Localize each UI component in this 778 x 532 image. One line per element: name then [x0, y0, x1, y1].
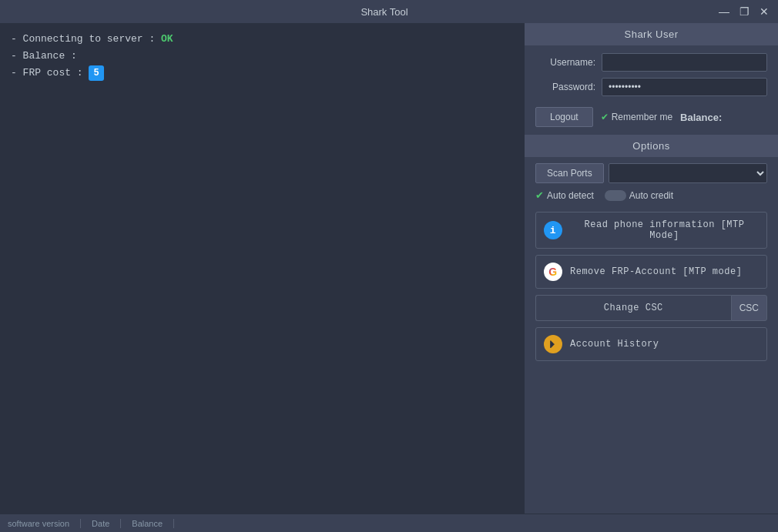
- clock-icon: ⏵: [544, 335, 562, 353]
- window-controls: — ❐ ✕: [716, 5, 772, 18]
- auto-credit-label: Auto credit: [629, 190, 673, 201]
- shark-user-header: Shark User: [525, 23, 778, 45]
- read-phone-info-button[interactable]: i Read phone information [MTP Mode]: [535, 212, 767, 249]
- date-status: Date: [81, 519, 121, 528]
- auto-credit-toggle[interactable]: [605, 190, 626, 201]
- auto-detect-label: Auto detect: [547, 190, 594, 201]
- csc-row: Change CSC CSC: [535, 295, 767, 321]
- logout-row: Logout ✔ Remember me Balance:: [525, 104, 778, 135]
- restore-button[interactable]: ❐: [736, 5, 752, 18]
- read-phone-info-label: Read phone information [MTP Mode]: [570, 219, 759, 241]
- auto-credit-item: Auto credit: [605, 190, 673, 201]
- change-csc-button[interactable]: Change CSC: [535, 295, 731, 321]
- main-area: - Connecting to server : OK - Balance : …: [0, 23, 778, 514]
- remove-frp-label: Remove FRP-Account [MTP mode]: [570, 266, 742, 277]
- console-ok-status: OK: [161, 31, 173, 48]
- console-panel: - Connecting to server : OK - Balance : …: [0, 23, 524, 514]
- scan-ports-button[interactable]: Scan Ports: [535, 163, 604, 183]
- google-icon: G: [544, 263, 562, 281]
- logout-button[interactable]: Logout: [535, 107, 593, 127]
- software-version-status: software version: [8, 519, 81, 528]
- console-line-1: - Connecting to server : OK: [11, 31, 513, 48]
- console-line-2: - Balance :: [11, 48, 513, 65]
- console-text-1: - Connecting to server :: [11, 31, 161, 48]
- options-header: Options: [525, 135, 778, 157]
- console-line-3: - FRP cost : 5: [11, 65, 513, 82]
- username-input[interactable]: [602, 53, 767, 72]
- password-input[interactable]: [602, 78, 767, 96]
- action-section: i Read phone information [MTP Mode] G Re…: [525, 207, 778, 366]
- username-label: Username:: [535, 57, 595, 68]
- csc-label-button[interactable]: CSC: [731, 295, 767, 321]
- account-history-button[interactable]: ⏵ Account History: [535, 327, 767, 361]
- status-bar: software version Date Balance: [0, 514, 778, 532]
- console-text-3: - FRP cost :: [11, 65, 89, 82]
- balance-label: Balance:: [680, 112, 722, 123]
- frp-cost-badge: 5: [89, 65, 103, 81]
- remove-frp-button[interactable]: G Remove FRP-Account [MTP mode]: [535, 255, 767, 289]
- app-title: Shark Tool: [52, 6, 716, 18]
- balance-status: Balance: [121, 519, 174, 528]
- password-label: Password:: [535, 82, 595, 92]
- scan-ports-row: Scan Ports: [535, 163, 767, 183]
- password-row: Password:: [535, 78, 767, 96]
- right-panel: Shark User Username: Password: Logout ✔ …: [524, 23, 778, 514]
- checkmark-icon: ✔: [601, 112, 609, 122]
- close-button[interactable]: ✕: [756, 5, 772, 18]
- username-row: Username:: [535, 53, 767, 72]
- auto-detect-item: ✔ Auto detect: [535, 189, 594, 201]
- remember-me-label: Remember me: [612, 112, 672, 122]
- info-icon: i: [544, 221, 562, 239]
- console-text-2: - Balance :: [11, 48, 77, 65]
- options-section: Scan Ports ✔ Auto detect Auto credit: [525, 157, 778, 207]
- remember-me-option: ✔ Remember me: [601, 112, 672, 122]
- credentials-form: Username: Password:: [525, 45, 778, 104]
- port-dropdown[interactable]: [609, 163, 767, 183]
- minimize-button[interactable]: —: [716, 5, 732, 18]
- account-history-label: Account History: [570, 339, 659, 350]
- auto-detect-check-icon: ✔: [535, 189, 544, 201]
- detect-row: ✔ Auto detect Auto credit: [535, 189, 767, 201]
- title-bar: Shark Tool — ❐ ✕: [0, 0, 778, 23]
